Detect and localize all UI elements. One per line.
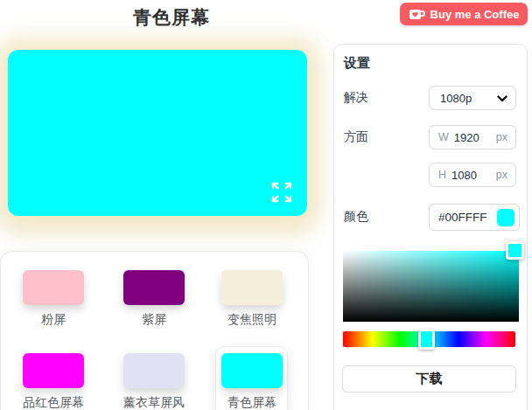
preset-swatch[interactable] [123, 353, 185, 388]
preset-item-lavender[interactable]: 薰衣草屏风 [106, 353, 202, 410]
preset-swatch[interactable] [23, 270, 84, 305]
preset-item-purple[interactable]: 紫屏 [106, 270, 202, 328]
width-input[interactable] [454, 131, 489, 144]
fullscreen-expand-icon[interactable] [270, 181, 293, 204]
width-unit: px [496, 131, 508, 143]
settings-heading: 设置 [344, 55, 370, 72]
hue-handle[interactable] [418, 329, 435, 350]
download-button[interactable]: 下载 [342, 365, 516, 393]
coffee-cup-icon [409, 8, 425, 21]
buy-me-a-coffee-button[interactable]: Buy me a Coffee [400, 3, 528, 25]
preset-swatch[interactable] [123, 270, 185, 305]
preset-label: 青色屏幕 [204, 395, 300, 410]
preset-swatch[interactable] [23, 353, 84, 388]
height-prefix: H [438, 169, 446, 181]
preset-label: 品红色屏幕 [5, 395, 102, 410]
preset-item-pink[interactable]: 粉屏 [5, 270, 102, 328]
preset-item-cyan-selected[interactable]: 青色屏幕 [204, 353, 300, 410]
app-root: 青色屏幕 Buy me a Coffee 粉屏 [0, 0, 532, 410]
aspect-label: 方面 [344, 129, 368, 145]
color-label: 颜色 [344, 209, 368, 225]
height-unit: px [496, 169, 508, 181]
resolution-label: 解决 [344, 90, 368, 106]
preset-swatch[interactable] [221, 270, 283, 305]
coffee-button-label: Buy me a Coffee [430, 8, 520, 21]
settings-panel: 设置 解决 1080p 方面 W px H px 颜色 下载 [333, 44, 528, 410]
width-prefix: W [438, 131, 449, 143]
preset-label: 薰衣草屏风 [106, 395, 202, 410]
hex-color-field[interactable] [429, 204, 520, 231]
color-chip [497, 209, 514, 226]
preset-label: 粉屏 [5, 312, 102, 328]
preset-label: 变焦照明 [204, 312, 300, 328]
chevron-down-icon [497, 90, 508, 106]
saturation-picker[interactable] [343, 251, 519, 322]
preset-swatch[interactable] [221, 353, 283, 388]
hex-color-input[interactable] [438, 211, 493, 224]
saturation-handle[interactable] [506, 241, 524, 260]
preset-label: 紫屏 [106, 312, 202, 328]
preset-panel: 粉屏 紫屏 变焦照明 品红色屏幕 薰衣草屏风 青色屏幕 [0, 251, 309, 410]
height-field[interactable]: H px [429, 163, 516, 187]
page-title: 青色屏幕 [0, 5, 343, 30]
preset-item-magenta[interactable]: 品红色屏幕 [5, 353, 102, 410]
preset-item-zoom-lighting[interactable]: 变焦照明 [204, 270, 300, 328]
height-input[interactable] [452, 169, 486, 182]
color-preview-screen[interactable] [8, 50, 307, 216]
width-field[interactable]: W px [429, 125, 516, 149]
resolution-select[interactable]: 1080p [429, 86, 516, 110]
resolution-value: 1080p [440, 92, 472, 105]
